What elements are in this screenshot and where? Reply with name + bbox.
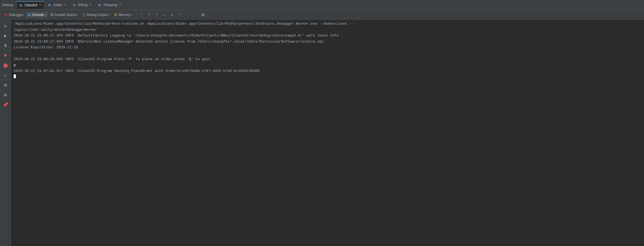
tab-clientui-label: ClientUI (25, 3, 37, 7)
shipping-icon: ▶ (98, 3, 102, 7)
console-line-5-text: License Expiration: 2019-11-19 (14, 45, 78, 50)
parallel-stacks-label: Parallel Stacks (55, 13, 76, 17)
debug-output-label: Debug Output (87, 13, 107, 17)
console-line-6: 2019-10-21 21:06:28.026 INFO ClientUI.Pr… (11, 56, 644, 62)
debug-label: Debug: (2, 3, 14, 7)
parallel-stacks-arrow-icon: ▸ (77, 13, 78, 16)
debug-output-icon: ⬡ (83, 13, 86, 17)
sidebar-refresh-icon[interactable]: ↻ (1, 21, 10, 30)
console-line-3: 2019-10-21 21:06:27.454 INFO DefaultFact… (11, 33, 644, 39)
console-icon: ▶ (28, 13, 31, 17)
sidebar-stop-icon[interactable]: ■ (1, 51, 10, 60)
tab-sales[interactable]: ▶ Sales ✕ (45, 1, 69, 9)
console-line-7-text: p (14, 63, 16, 68)
sidebar-settings-icon[interactable]: ⚙ (1, 91, 10, 99)
console-line-4-text: 2019-10-21 21:06:27.894 INFO NServiceBus… (14, 39, 324, 44)
console-line-2-text: lugins/rider-unity/dotnetDebuggerWorker (14, 27, 97, 33)
action-run-to-cursor-btn[interactable]: ⇓ (169, 11, 176, 18)
console-area[interactable]: /Applications/Rider.app/Contents/lib/ReS… (11, 20, 644, 246)
console-line-blank-text (14, 51, 16, 56)
action-step-over-btn[interactable]: ↑ (146, 11, 153, 18)
sales-icon: ▶ (48, 3, 52, 7)
tab-sales-close[interactable]: ✕ (64, 3, 66, 7)
tab-shipping[interactable]: ▶ Shipping ✕ (95, 1, 124, 9)
console-line-3-text: 2019-10-21 21:06:27.454 INFO DefaultFact… (14, 33, 339, 38)
console-line-5: License Expiration: 2019-11-19 (11, 44, 644, 51)
tab-billing-label: Billing (78, 3, 88, 7)
tab-bar: Debug: ▶ ClientUI ✕ ▶ Sales ✕ ▶ Billing … (0, 0, 644, 10)
action-settings-btn[interactable]: ⊞ (199, 11, 206, 18)
tab-shipping-close[interactable]: ✕ (119, 3, 121, 7)
console-line-8: 2019-10-21 21:07:01.917 INFO ClientUI.Pr… (11, 68, 644, 74)
sidebar-grid-icon[interactable]: ⊞ (1, 81, 10, 90)
console-line-8-text: 2019-10-21 21:07:01.917 INFO ClientUI.Pr… (14, 68, 260, 74)
console-line-6-text: 2019-10-21 21:06:28.026 INFO ClientUI.Pr… (14, 57, 210, 62)
sidebar-play-icon[interactable]: ▶ (1, 31, 10, 40)
debug-output-arrow-icon: ▸ (108, 13, 110, 16)
action-lines-btn: ☰ (138, 11, 145, 18)
console-line-1: /Applications/Rider.app/Contents/lib/ReS… (11, 21, 644, 27)
clientui-icon: ▶ (19, 3, 23, 7)
tab-billing[interactable]: ▶ Billing ✕ (70, 1, 95, 9)
debug-output-button[interactable]: ⬡ Debug Output ▸ (81, 12, 112, 18)
toolbar: 🐞 Debugger ▶ Console ▸ ⊞ Parallel Stacks… (0, 10, 644, 20)
console-arrow-icon: ▸ (45, 13, 46, 16)
memory-label: Memory (118, 13, 130, 17)
parallel-stacks-icon: ⊞ (50, 13, 53, 17)
tab-billing-close[interactable]: ✕ (89, 3, 92, 7)
console-line-4: 2019-10-21 21:06:27.894 INFO NServiceBus… (11, 39, 644, 45)
tab-clientui[interactable]: ▶ ClientUI ✕ (16, 1, 44, 9)
console-cursor-line (11, 74, 644, 79)
console-label: Console (32, 13, 44, 17)
tab-sales-label: Sales (53, 3, 62, 7)
action-step-into-btn[interactable]: ↑ (153, 11, 160, 18)
action-split-left-btn: ⇤ (184, 11, 191, 18)
debugger-icon: 🐞 (4, 13, 8, 17)
billing-icon: ▶ (73, 3, 77, 7)
sidebar-pin-icon[interactable]: 📌 (1, 100, 10, 109)
action-step-out-btn[interactable]: ↓ (161, 11, 168, 18)
memory-arrow-icon: ▸ (131, 13, 132, 16)
memory-button[interactable]: ⚙ Memory ▸ (112, 12, 134, 18)
action-evaluate-btn[interactable]: ↑ (176, 11, 183, 18)
tab-clientui-close[interactable]: ✕ (39, 3, 41, 7)
console-button[interactable]: ▶ Console ▸ (26, 12, 48, 18)
memory-icon: ⚙ (114, 13, 117, 17)
parallel-stacks-button[interactable]: ⊞ Parallel Stacks ▸ (49, 12, 80, 18)
console-line-2: lugins/rider-unity/dotnetDebuggerWorker (11, 27, 644, 33)
console-line-blank (11, 51, 644, 57)
debugger-button[interactable]: 🐞 Debugger (2, 12, 25, 18)
tab-shipping-label: Shipping (103, 3, 117, 7)
sidebar: ↻ ▶ ⏸ ■ ⬤ ✏ ⊞ ⚙ 📌 (0, 20, 11, 246)
debugger-label: Debugger (9, 13, 24, 17)
console-line-7: p (11, 62, 644, 68)
action-split-right-btn: ⇥ (192, 11, 199, 18)
console-line-1-text: /Applications/Rider.app/Contents/lib/ReS… (14, 21, 354, 27)
toolbar-separator-1 (136, 12, 136, 18)
sidebar-pause-icon[interactable]: ⏸ (1, 41, 10, 50)
sidebar-breakpoint-icon[interactable]: ⬤ (1, 61, 10, 70)
main-area: ↻ ▶ ⏸ ■ ⬤ ✏ ⊞ ⚙ 📌 /Applications/Rider.ap… (0, 20, 644, 246)
sidebar-pencil-icon[interactable]: ✏ (1, 71, 10, 80)
console-cursor (14, 74, 16, 78)
